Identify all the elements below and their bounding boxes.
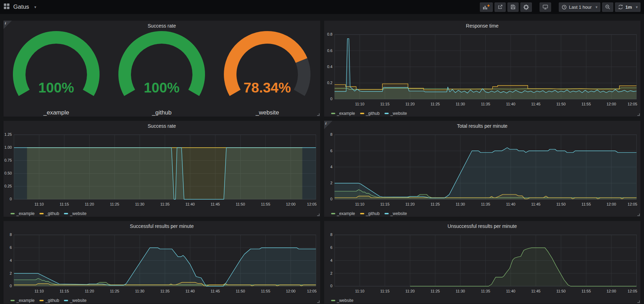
svg-text:12:00: 12:00	[286, 289, 295, 293]
svg-text:0: 0	[330, 97, 332, 101]
legend-item[interactable]: _website	[385, 211, 407, 216]
svg-text:1.25: 1.25	[5, 132, 12, 136]
legend-label: _github	[366, 211, 380, 216]
gauge-label: _github	[152, 109, 171, 116]
unsuccessful-results-chart[interactable]: 0246811:1011:1511:2011:2511:3011:3511:40…	[324, 231, 641, 297]
svg-text:11:20: 11:20	[85, 202, 94, 206]
svg-text:11:30: 11:30	[135, 202, 145, 206]
svg-text:11:30: 11:30	[455, 202, 465, 206]
legend-item[interactable]: _github	[39, 211, 59, 216]
legend-item[interactable]: _github	[360, 111, 380, 116]
total-results-chart[interactable]: 0246811:1011:1511:2011:2511:3011:3511:40…	[324, 131, 641, 210]
settings-button[interactable]	[520, 2, 532, 12]
svg-text:12:05: 12:05	[628, 289, 637, 293]
svg-text:0.6: 0.6	[327, 49, 332, 53]
svg-text:11:45: 11:45	[531, 289, 540, 293]
svg-text:11:20: 11:20	[405, 289, 415, 293]
legend-swatch	[64, 300, 68, 301]
panel-title[interactable]: Response time	[324, 21, 641, 31]
svg-text:12:05: 12:05	[307, 289, 316, 293]
monitor-icon	[542, 4, 548, 10]
svg-text:11:10: 11:10	[35, 289, 44, 293]
legend-label: _example	[337, 211, 355, 216]
success-rate-chart[interactable]: 00.250.500.751.001.2511:1011:1511:2011:2…	[3, 131, 320, 210]
svg-text:12:00: 12:00	[606, 202, 616, 206]
chart-legend: _example_github_website	[3, 297, 320, 303]
legend-item[interactable]: _example	[10, 211, 35, 216]
svg-text:11:40: 11:40	[185, 289, 195, 293]
legend-label: _github	[45, 211, 59, 216]
svg-text:0.8: 0.8	[327, 32, 332, 36]
response-time-chart[interactable]: 00.20.40.60.811:1011:1511:2011:2511:3011…	[324, 31, 641, 110]
dashboard-title[interactable]: Gatus	[13, 3, 29, 10]
panel-resize-handle[interactable]	[317, 301, 320, 303]
gauge-value: 100%	[144, 80, 180, 95]
svg-text:0.25: 0.25	[5, 184, 12, 188]
svg-text:11:15: 11:15	[60, 289, 69, 293]
save-button[interactable]	[507, 2, 519, 12]
legend-swatch	[39, 213, 44, 214]
svg-text:2: 2	[10, 271, 12, 275]
panel-resize-handle[interactable]	[637, 113, 640, 116]
svg-text:11:50: 11:50	[556, 202, 566, 206]
successful-results-chart[interactable]: 0246811:1011:1511:2011:2511:3011:3511:40…	[3, 231, 320, 297]
legend-item[interactable]: _website	[64, 298, 86, 303]
svg-text:11:40: 11:40	[506, 289, 515, 293]
panel-resize-handle[interactable]	[637, 214, 640, 216]
time-range-button[interactable]: Last 1 hour ▾	[559, 2, 600, 12]
svg-text:11:35: 11:35	[481, 202, 490, 206]
svg-text:11:50: 11:50	[556, 102, 566, 106]
dashboard-caret-down-icon[interactable]: ▾	[34, 5, 36, 9]
legend-swatch	[64, 213, 68, 214]
svg-text:12:05: 12:05	[628, 102, 637, 106]
panel-title[interactable]: Successful results per minute	[3, 221, 320, 231]
legend-item[interactable]: _github	[39, 298, 59, 303]
chart-legend: _example_github_website	[3, 210, 320, 216]
zoom-out-button[interactable]	[602, 2, 613, 12]
panel-title[interactable]: Success rate	[3, 121, 320, 131]
svg-text:11:35: 11:35	[481, 102, 490, 106]
legend-swatch	[331, 113, 335, 114]
add-panel-button[interactable]	[480, 2, 493, 12]
svg-text:11:40: 11:40	[185, 202, 195, 206]
svg-text:0.2: 0.2	[327, 81, 332, 85]
svg-text:4: 4	[330, 258, 332, 262]
panel-info-icon[interactable]: i	[3, 21, 12, 29]
svg-text:11:45: 11:45	[211, 289, 220, 293]
svg-text:11:10: 11:10	[355, 202, 364, 206]
svg-text:11:40: 11:40	[506, 102, 515, 106]
cycle-view-button[interactable]	[540, 2, 551, 12]
legend-item[interactable]: _example	[10, 298, 35, 303]
svg-text:11:10: 11:10	[355, 289, 364, 293]
legend-item[interactable]: _website	[385, 111, 407, 116]
legend-item[interactable]: _website	[331, 298, 353, 303]
svg-text:0.50: 0.50	[5, 171, 12, 175]
panel-title[interactable]: Success rate	[3, 21, 320, 31]
share-button[interactable]	[495, 2, 506, 12]
panel-resize-handle[interactable]	[317, 113, 320, 116]
panel-title[interactable]: Unsuccessful results per minute	[324, 221, 641, 231]
legend-swatch	[10, 213, 15, 214]
svg-text:12:05: 12:05	[628, 202, 637, 206]
dashboard-grid-icon[interactable]	[3, 3, 10, 11]
legend-swatch	[10, 300, 15, 301]
svg-text:11:20: 11:20	[405, 102, 415, 106]
svg-text:11:35: 11:35	[160, 202, 170, 206]
panel-title[interactable]: Total results per minute	[324, 121, 641, 131]
legend-swatch	[360, 213, 364, 214]
gear-icon	[523, 4, 529, 10]
svg-text:6: 6	[10, 245, 12, 250]
legend-item[interactable]: _website	[64, 211, 86, 216]
refresh-button[interactable]: 1m ▾	[615, 2, 641, 12]
dashboard-grid: i Success rate 100% _example 100% _githu…	[0, 14, 644, 304]
panel-resize-handle[interactable]	[317, 214, 320, 216]
panel-info-icon[interactable]: i	[324, 121, 332, 129]
chart-legend: _example_github_website	[324, 110, 641, 116]
legend-item[interactable]: _github	[360, 211, 380, 216]
panel-resize-handle[interactable]	[637, 301, 640, 303]
svg-text:11:50: 11:50	[556, 289, 566, 293]
legend-item[interactable]: _example	[331, 111, 355, 116]
legend-item[interactable]: _example	[331, 211, 355, 216]
svg-text:11:25: 11:25	[110, 202, 119, 206]
svg-text:11:30: 11:30	[455, 102, 465, 106]
